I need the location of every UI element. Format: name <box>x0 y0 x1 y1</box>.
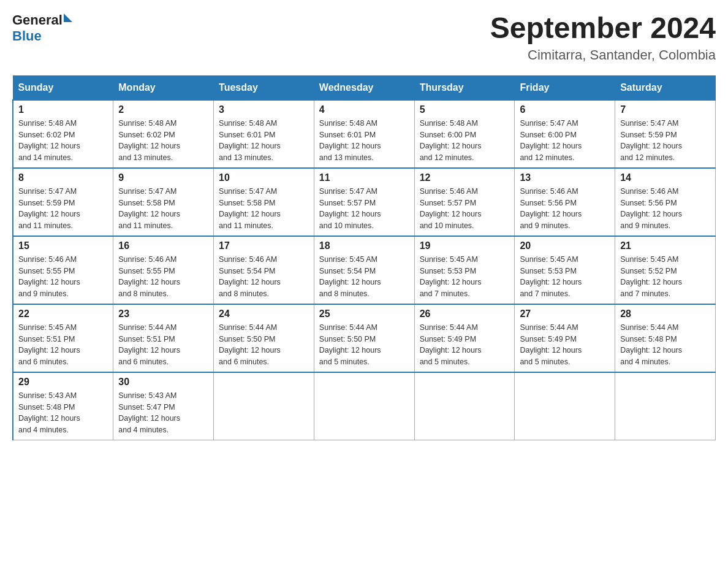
day-info: Sunrise: 5:44 AM Sunset: 5:51 PM Dayligh… <box>118 322 208 368</box>
day-number: 21 <box>620 240 710 251</box>
calendar-cell: 21 Sunrise: 5:45 AM Sunset: 5:52 PM Dayl… <box>615 236 716 304</box>
day-number: 3 <box>219 104 309 115</box>
header-tuesday: Tuesday <box>214 75 314 100</box>
day-number: 19 <box>420 240 510 251</box>
calendar-cell: 20 Sunrise: 5:45 AM Sunset: 5:53 PM Dayl… <box>515 236 615 304</box>
day-number: 16 <box>118 240 208 251</box>
calendar-cell: 7 Sunrise: 5:47 AM Sunset: 5:59 PM Dayli… <box>615 100 716 168</box>
page-header: General Blue September 2024 Cimitarra, S… <box>12 12 716 63</box>
day-info: Sunrise: 5:47 AM Sunset: 5:59 PM Dayligh… <box>18 186 108 232</box>
day-number: 29 <box>18 377 108 388</box>
header-friday: Friday <box>515 75 615 100</box>
calendar-cell: 14 Sunrise: 5:46 AM Sunset: 5:56 PM Dayl… <box>615 168 716 236</box>
calendar-cell: 23 Sunrise: 5:44 AM Sunset: 5:51 PM Dayl… <box>113 304 214 372</box>
day-number: 22 <box>18 308 108 320</box>
day-info: Sunrise: 5:45 AM Sunset: 5:51 PM Dayligh… <box>18 322 108 368</box>
day-number: 26 <box>420 308 510 320</box>
day-info: Sunrise: 5:47 AM Sunset: 5:57 PM Dayligh… <box>319 186 409 232</box>
title-area: September 2024 Cimitarra, Santander, Col… <box>490 12 716 63</box>
day-info: Sunrise: 5:44 AM Sunset: 5:50 PM Dayligh… <box>219 322 309 368</box>
calendar-cell: 5 Sunrise: 5:48 AM Sunset: 6:00 PM Dayli… <box>414 100 515 168</box>
day-number: 28 <box>620 308 710 320</box>
logo-blue: Blue <box>12 28 72 44</box>
day-number: 7 <box>620 104 710 115</box>
calendar-cell: 15 Sunrise: 5:46 AM Sunset: 5:55 PM Dayl… <box>13 236 113 304</box>
header-wednesday: Wednesday <box>314 75 414 100</box>
day-info: Sunrise: 5:46 AM Sunset: 5:57 PM Dayligh… <box>420 186 510 232</box>
calendar-cell <box>314 372 414 440</box>
day-info: Sunrise: 5:43 AM Sunset: 5:48 PM Dayligh… <box>18 390 108 436</box>
calendar-cell: 13 Sunrise: 5:46 AM Sunset: 5:56 PM Dayl… <box>515 168 615 236</box>
day-info: Sunrise: 5:46 AM Sunset: 5:56 PM Dayligh… <box>620 186 710 232</box>
week-row-3: 15 Sunrise: 5:46 AM Sunset: 5:55 PM Dayl… <box>13 236 716 304</box>
logo: General Blue <box>12 12 72 44</box>
day-number: 9 <box>118 172 208 183</box>
calendar-cell: 12 Sunrise: 5:46 AM Sunset: 5:57 PM Dayl… <box>414 168 515 236</box>
calendar-cell <box>615 372 716 440</box>
day-number: 17 <box>219 240 309 251</box>
calendar-title: September 2024 <box>490 12 716 45</box>
day-info: Sunrise: 5:47 AM Sunset: 6:00 PM Dayligh… <box>520 118 610 164</box>
day-number: 25 <box>319 308 409 320</box>
calendar-cell: 18 Sunrise: 5:45 AM Sunset: 5:54 PM Dayl… <box>314 236 414 304</box>
day-number: 4 <box>319 104 409 115</box>
calendar-cell <box>414 372 515 440</box>
header-saturday: Saturday <box>615 75 716 100</box>
calendar-cell: 25 Sunrise: 5:44 AM Sunset: 5:50 PM Dayl… <box>314 304 414 372</box>
calendar-cell: 26 Sunrise: 5:44 AM Sunset: 5:49 PM Dayl… <box>414 304 515 372</box>
day-number: 10 <box>219 172 309 183</box>
day-number: 23 <box>118 308 208 320</box>
calendar-cell: 4 Sunrise: 5:48 AM Sunset: 6:01 PM Dayli… <box>314 100 414 168</box>
day-info: Sunrise: 5:44 AM Sunset: 5:48 PM Dayligh… <box>620 322 710 368</box>
day-number: 18 <box>319 240 409 251</box>
day-number: 1 <box>18 104 108 115</box>
day-number: 5 <box>420 104 510 115</box>
day-info: Sunrise: 5:44 AM Sunset: 5:50 PM Dayligh… <box>319 322 409 368</box>
day-info: Sunrise: 5:45 AM Sunset: 5:53 PM Dayligh… <box>420 254 510 300</box>
calendar-cell: 27 Sunrise: 5:44 AM Sunset: 5:49 PM Dayl… <box>515 304 615 372</box>
logo-triangle-icon <box>64 13 72 22</box>
calendar-cell: 11 Sunrise: 5:47 AM Sunset: 5:57 PM Dayl… <box>314 168 414 236</box>
day-number: 20 <box>520 240 610 251</box>
day-number: 6 <box>520 104 610 115</box>
day-info: Sunrise: 5:47 AM Sunset: 5:59 PM Dayligh… <box>620 118 710 164</box>
day-info: Sunrise: 5:43 AM Sunset: 5:47 PM Dayligh… <box>118 390 208 436</box>
calendar-cell: 30 Sunrise: 5:43 AM Sunset: 5:47 PM Dayl… <box>113 372 214 440</box>
day-number: 27 <box>520 308 610 320</box>
day-info: Sunrise: 5:48 AM Sunset: 6:01 PM Dayligh… <box>319 118 409 164</box>
day-info: Sunrise: 5:46 AM Sunset: 5:54 PM Dayligh… <box>219 254 309 300</box>
calendar-cell: 29 Sunrise: 5:43 AM Sunset: 5:48 PM Dayl… <box>13 372 113 440</box>
day-info: Sunrise: 5:44 AM Sunset: 5:49 PM Dayligh… <box>420 322 510 368</box>
day-number: 11 <box>319 172 409 183</box>
week-row-5: 29 Sunrise: 5:43 AM Sunset: 5:48 PM Dayl… <box>13 372 716 440</box>
day-number: 30 <box>118 377 208 388</box>
day-info: Sunrise: 5:47 AM Sunset: 5:58 PM Dayligh… <box>118 186 208 232</box>
calendar-cell: 24 Sunrise: 5:44 AM Sunset: 5:50 PM Dayl… <box>214 304 314 372</box>
calendar-cell: 17 Sunrise: 5:46 AM Sunset: 5:54 PM Dayl… <box>214 236 314 304</box>
logo-general: General <box>12 12 63 28</box>
day-number: 24 <box>219 308 309 320</box>
calendar-cell: 3 Sunrise: 5:48 AM Sunset: 6:01 PM Dayli… <box>214 100 314 168</box>
calendar-cell: 1 Sunrise: 5:48 AM Sunset: 6:02 PM Dayli… <box>13 100 113 168</box>
day-number: 12 <box>420 172 510 183</box>
day-number: 14 <box>620 172 710 183</box>
day-number: 15 <box>18 240 108 251</box>
calendar-cell <box>214 372 314 440</box>
day-info: Sunrise: 5:45 AM Sunset: 5:52 PM Dayligh… <box>620 254 710 300</box>
calendar-cell: 16 Sunrise: 5:46 AM Sunset: 5:55 PM Dayl… <box>113 236 214 304</box>
calendar-cell: 22 Sunrise: 5:45 AM Sunset: 5:51 PM Dayl… <box>13 304 113 372</box>
day-number: 2 <box>118 104 208 115</box>
day-info: Sunrise: 5:46 AM Sunset: 5:56 PM Dayligh… <box>520 186 610 232</box>
calendar-cell: 9 Sunrise: 5:47 AM Sunset: 5:58 PM Dayli… <box>113 168 214 236</box>
day-info: Sunrise: 5:45 AM Sunset: 5:54 PM Dayligh… <box>319 254 409 300</box>
day-info: Sunrise: 5:48 AM Sunset: 6:00 PM Dayligh… <box>420 118 510 164</box>
calendar-cell <box>515 372 615 440</box>
day-info: Sunrise: 5:48 AM Sunset: 6:02 PM Dayligh… <box>118 118 208 164</box>
header-sunday: Sunday <box>13 75 113 100</box>
day-info: Sunrise: 5:48 AM Sunset: 6:01 PM Dayligh… <box>219 118 309 164</box>
calendar-subtitle: Cimitarra, Santander, Colombia <box>490 47 716 63</box>
calendar-cell: 8 Sunrise: 5:47 AM Sunset: 5:59 PM Dayli… <box>13 168 113 236</box>
day-info: Sunrise: 5:46 AM Sunset: 5:55 PM Dayligh… <box>18 254 108 300</box>
day-number: 8 <box>18 172 108 183</box>
calendar-cell: 2 Sunrise: 5:48 AM Sunset: 6:02 PM Dayli… <box>113 100 214 168</box>
